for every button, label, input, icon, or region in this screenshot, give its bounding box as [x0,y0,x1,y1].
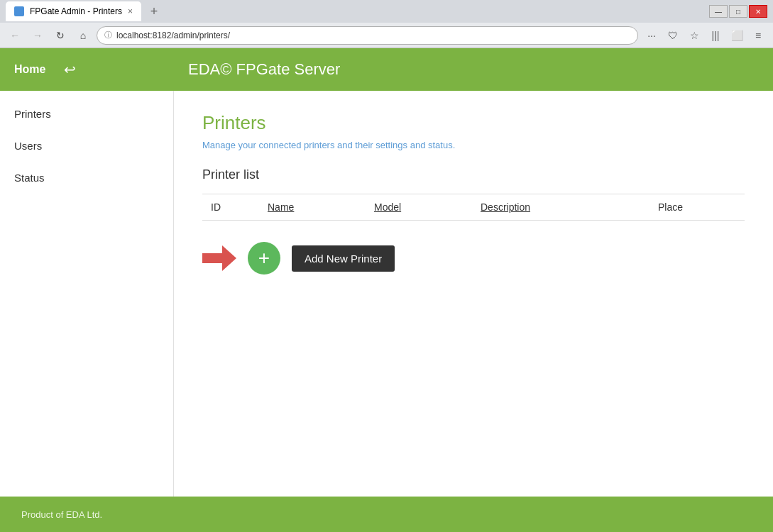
maximize-button[interactable]: □ [729,5,747,18]
shield-button[interactable]: 🛡 [664,26,682,45]
forward-button[interactable]: → [28,26,47,45]
minimize-button[interactable]: — [709,5,728,18]
browser-tab[interactable]: FPGate Admin - Printers × [6,1,141,21]
bookmark-button[interactable]: ☆ [685,26,703,45]
tab-close-button[interactable]: × [128,6,133,16]
home-button[interactable]: ⌂ [74,26,92,45]
arrow-shaft [202,253,222,263]
col-name[interactable]: Name [259,194,366,221]
table-header-row: ID Name Model Description Place [202,194,745,221]
add-new-printer-button[interactable]: Add New Printer [292,245,395,272]
open-menu-button[interactable]: ≡ [749,26,767,45]
printers-table: ID Name Model Description Place [202,194,745,221]
sidebar-item-users[interactable]: Users [0,130,173,162]
home-icon: ↩ [64,61,76,78]
page-subtitle: Manage your connected printers and their… [202,140,745,150]
library-button[interactable]: ||| [706,26,725,45]
url-text: localhost:8182/admin/printers/ [116,31,230,40]
col-id: ID [202,194,259,221]
new-tab-button[interactable]: + [144,1,164,21]
browser-chrome: FPGate Admin - Printers × + — □ ✕ ← → ↻ … [0,0,773,48]
tab-favicon [14,6,24,16]
close-button[interactable]: ✕ [749,5,767,18]
synced-tabs-button[interactable]: ⬜ [728,26,746,45]
app-wrapper: Home ↩ EDA© FPGate Server Printers Users… [0,48,773,532]
page-title: Printers [202,112,745,134]
col-description[interactable]: Description [472,194,649,221]
sidebar-item-printers[interactable]: Printers [0,98,173,130]
app-body: Printers Users Status Printers Manage yo… [0,91,773,497]
arrow-indicator [202,245,236,271]
refresh-button[interactable]: ↻ [51,26,70,45]
window-controls: — □ ✕ [709,5,767,18]
security-icon: ⓘ [104,30,112,40]
col-place: Place [649,194,745,221]
footer-text: Product of EDA Ltd. [21,509,102,520]
arrow-head [222,245,236,271]
browser-toolbar: ← → ↻ ⌂ ⓘ localhost:8182/admin/printers/… [0,23,773,48]
col-model[interactable]: Model [366,194,472,221]
main-content: Printers Manage your connected printers … [174,91,773,497]
back-button[interactable]: ← [6,26,24,45]
app-header: Home ↩ EDA© FPGate Server [0,48,773,91]
browser-menu-icons: ··· 🛡 ☆ ||| ⬜ ≡ [642,26,767,45]
home-nav-link[interactable]: Home [14,63,45,76]
app-footer: Product of EDA Ltd. [0,497,773,532]
app-title: EDA© FPGate Server [188,60,340,79]
add-section: + Add New Printer [202,242,745,275]
sidebar-item-status[interactable]: Status [0,162,173,194]
sidebar: Printers Users Status [0,91,174,497]
more-tools-button[interactable]: ··· [642,26,661,45]
section-title: Printer list [202,167,745,182]
sidebar-header-area: Home ↩ [14,61,188,78]
add-new-printer-icon-button[interactable]: + [248,242,280,275]
address-bar[interactable]: ⓘ localhost:8182/admin/printers/ [97,26,638,45]
browser-titlebar: FPGate Admin - Printers × + — □ ✕ [0,0,773,23]
tab-title: FPGate Admin - Printers [30,6,122,16]
